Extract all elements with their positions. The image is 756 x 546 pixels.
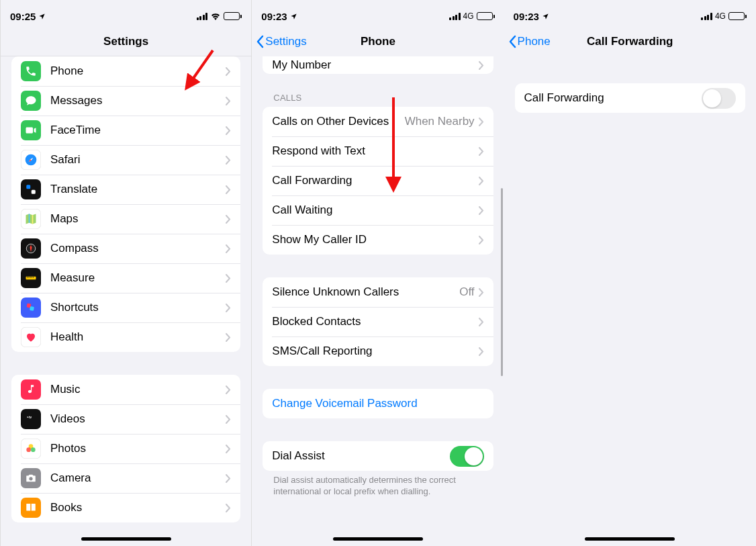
svg-point-11: [29, 477, 32, 480]
row-label: Call Waiting: [272, 203, 478, 217]
scroll-indicator[interactable]: [501, 188, 503, 376]
safari-icon: [21, 150, 41, 170]
home-indicator[interactable]: [81, 537, 171, 541]
cellular-signal-icon: [701, 13, 712, 20]
location-icon: [542, 13, 549, 19]
dial-assist-toggle[interactable]: [450, 446, 484, 467]
row-calls-on-other-devices[interactable]: Calls on Other DevicesWhen Nearby: [263, 107, 493, 136]
row-call-waiting[interactable]: Call Waiting: [263, 195, 493, 225]
settings-row-phone[interactable]: Phone: [11, 56, 240, 86]
battery-icon: [224, 12, 242, 20]
row-label: Respond with Text: [272, 144, 478, 158]
settings-row-books[interactable]: Books: [11, 493, 240, 522]
status-bar: 09:23 4G: [252, 0, 504, 27]
settings-row-translate[interactable]: Translate: [11, 175, 240, 204]
settings-row-photos[interactable]: Photos: [11, 434, 240, 463]
row-label: Messages: [50, 94, 226, 107]
row-label: Dial Assist: [272, 449, 449, 463]
settings-row-videos[interactable]: ‣tvVideos: [11, 404, 240, 434]
change-voicemail-password[interactable]: Change Voicemail Password: [263, 389, 493, 418]
row-label: Maps: [50, 212, 226, 226]
nav-bar: Settings: [1, 27, 251, 56]
wifi-icon: [210, 12, 221, 20]
settings-row-shortcuts[interactable]: Shortcuts: [11, 293, 240, 322]
settings-list[interactable]: PhoneMessagesFaceTimeSafariTranslateMaps…: [1, 56, 251, 526]
network-label: 4G: [715, 11, 726, 21]
cellular-signal-icon: [449, 13, 461, 20]
facetime-icon: [21, 120, 41, 140]
settings-row-measure[interactable]: Measure: [11, 263, 240, 293]
phone-settings-list[interactable]: My Number CALLS Calls on Other DevicesWh…: [252, 56, 504, 526]
back-label: Phone: [518, 35, 551, 48]
videos-icon: ‣tv: [21, 409, 41, 429]
row-label: Calls on Other Devices: [272, 115, 404, 128]
row-label: Call Forwarding: [272, 174, 478, 187]
dial-assist-footer: Dial assist automatically determines the…: [273, 475, 482, 498]
location-icon: [290, 13, 297, 19]
svg-text:‣tv: ‣tv: [27, 416, 32, 419]
messages-icon: [21, 91, 41, 111]
back-button[interactable]: Settings: [256, 35, 306, 48]
photos-icon: [21, 439, 41, 459]
my-number-row[interactable]: My Number: [263, 56, 493, 74]
row-label: Photos: [50, 442, 226, 455]
page-title: Phone: [361, 35, 395, 48]
row-label: SMS/Call Reporting: [272, 345, 478, 358]
row-respond-with-text[interactable]: Respond with Text: [263, 136, 493, 166]
page-title: Call Forwarding: [587, 35, 673, 48]
row-label: Books: [50, 501, 226, 514]
back-label: Settings: [265, 35, 306, 48]
call-forwarding-row: Call Forwarding: [515, 83, 745, 113]
row-label: Shortcuts: [50, 301, 226, 314]
home-indicator[interactable]: [333, 537, 423, 541]
translate-icon: [21, 179, 41, 199]
status-time: 09:23: [514, 11, 539, 22]
home-indicator[interactable]: [585, 537, 675, 541]
row-call-forwarding[interactable]: Call Forwarding: [263, 166, 493, 195]
row-sms-call-reporting[interactable]: SMS/Call Reporting: [263, 336, 493, 366]
row-detail: When Nearby: [405, 115, 475, 128]
row-label: Compass: [50, 242, 226, 255]
settings-row-camera[interactable]: Camera: [11, 463, 240, 493]
row-label: Blocked Contacts: [272, 315, 478, 328]
row-label: FaceTime: [50, 124, 226, 137]
row-label: Call Forwarding: [524, 91, 702, 105]
camera-icon: [21, 468, 41, 488]
screen-settings: 09:25 Settings PhoneMessagesFaceTimeSafa…: [0, 0, 252, 546]
status-time: 09:23: [261, 11, 287, 22]
health-icon: [21, 327, 41, 347]
back-button[interactable]: Phone: [508, 35, 551, 48]
screen-phone-settings: 09:23 4G Settings Phone My Number CALLS …: [252, 0, 504, 546]
location-icon: [38, 13, 45, 19]
measure-icon: [21, 268, 41, 288]
settings-row-compass[interactable]: Compass: [11, 234, 240, 263]
shortcuts-icon: [21, 298, 41, 318]
row-label: Camera: [50, 471, 226, 485]
row-silence-unknown-callers[interactable]: Silence Unknown CallersOff: [263, 277, 493, 307]
row-label: Translate: [50, 183, 226, 196]
row-label: Show My Caller ID: [272, 233, 478, 246]
row-label: Change Voicemail Password: [272, 397, 483, 410]
battery-icon: [477, 12, 495, 20]
settings-row-music[interactable]: Music: [11, 375, 240, 404]
row-label: Measure: [50, 271, 226, 285]
settings-row-facetime[interactable]: FaceTime: [11, 116, 240, 145]
row-label: My Number: [272, 58, 478, 72]
nav-bar: Phone Call Forwarding: [504, 27, 756, 56]
row-show-my-caller-id[interactable]: Show My Caller ID: [263, 225, 493, 255]
compass-icon: [21, 238, 41, 259]
settings-row-maps[interactable]: Maps: [11, 204, 240, 234]
call-forwarding-content: Call Forwarding: [504, 56, 756, 526]
dial-assist-row: Dial Assist: [263, 441, 493, 471]
settings-row-health[interactable]: Health: [11, 322, 240, 352]
row-label: Phone: [50, 64, 226, 78]
status-bar: 09:25: [1, 0, 251, 27]
svg-rect-2: [32, 190, 36, 194]
call-forwarding-toggle[interactable]: [702, 88, 736, 109]
section-header-calls: CALLS: [273, 93, 482, 103]
cellular-signal-icon: [197, 13, 208, 20]
row-blocked-contacts[interactable]: Blocked Contacts: [263, 307, 493, 336]
settings-row-messages[interactable]: Messages: [11, 86, 240, 116]
row-label: Silence Unknown Callers: [272, 285, 459, 299]
settings-row-safari[interactable]: Safari: [11, 145, 240, 175]
